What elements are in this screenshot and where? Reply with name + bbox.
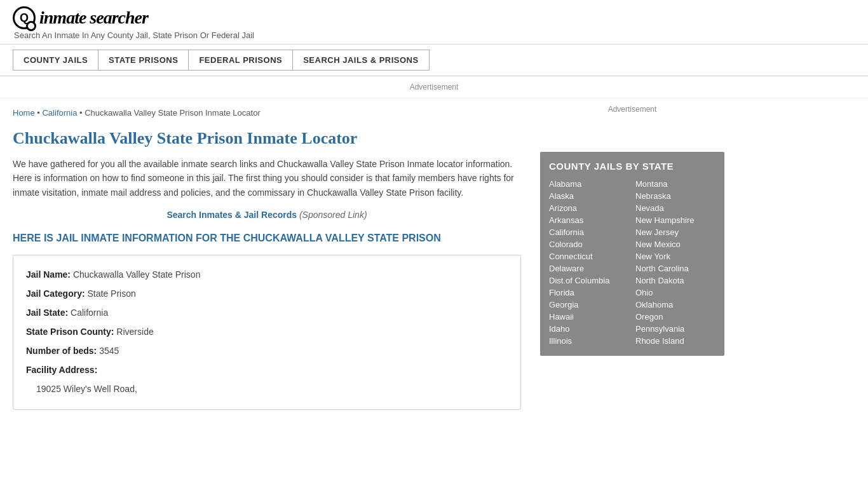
- main: Home • California • Chuckawalla Valley S…: [0, 98, 868, 423]
- number-of-beds-label: Number of beds:: [26, 346, 97, 356]
- state-link-delaware[interactable]: Delaware: [549, 262, 629, 274]
- state-link-montana[interactable]: Montana: [635, 178, 715, 190]
- state-prison-county-value: Riverside: [116, 327, 153, 337]
- page-title: Chuckawalla Valley State Prison Inmate L…: [13, 129, 521, 148]
- nav-county-jails[interactable]: COUNTY JAILS: [13, 50, 98, 71]
- state-link-idaho[interactable]: Idaho: [549, 323, 629, 335]
- description: We have gathered for you all the availab…: [13, 157, 521, 200]
- state-link-north-carolina[interactable]: North Carolina: [635, 262, 715, 274]
- logo-area: Q inmate searcher: [13, 6, 855, 29]
- content: Home • California • Chuckawalla Valley S…: [13, 98, 534, 423]
- state-prison-county-label: State Prison County:: [26, 327, 114, 337]
- facility-address-row: Facility Address:: [26, 361, 508, 379]
- nav-search-jails[interactable]: SEARCH JAILS & PRISONS: [292, 50, 429, 71]
- state-col1: AlabamaAlaskaArizonaArkansasCaliforniaCo…: [549, 178, 629, 347]
- state-col2: MontanaNebraskaNevadaNew HampshireNew Je…: [635, 178, 715, 347]
- jail-name-label: Jail Name:: [26, 269, 71, 280]
- search-inmates-link[interactable]: Search Inmates & Jail Records: [166, 210, 297, 220]
- facility-address-label: Facility Address:: [26, 365, 97, 375]
- jail-name-row: Jail Name: Chuckawalla Valley State Pris…: [26, 266, 508, 283]
- state-link-hawaii[interactable]: Hawaii: [549, 311, 629, 323]
- state-link-colorado[interactable]: Colorado: [549, 238, 629, 250]
- nav-federal-prisons[interactable]: FEDERAL PRISONS: [188, 50, 292, 71]
- logo-icon: Q: [13, 6, 36, 29]
- facility-address-value: 19025 Wiley's Well Road,: [36, 384, 137, 394]
- state-link-north-dakota[interactable]: North Dakota: [635, 274, 715, 287]
- state-link-dist.of-columbia[interactable]: Dist.of Columbia: [549, 274, 629, 287]
- state-link-rhode-island[interactable]: Rhode Island: [635, 335, 715, 347]
- state-link-california[interactable]: California: [549, 226, 629, 238]
- jail-category-value: State Prison: [87, 288, 135, 299]
- state-prison-county-row: State Prison County: Riverside: [26, 323, 508, 341]
- state-link-alaska[interactable]: Alaska: [549, 190, 629, 202]
- breadcrumb-state[interactable]: California: [42, 108, 77, 118]
- state-link-new-jersey[interactable]: New Jersey: [635, 226, 715, 238]
- sidebar: Advertisement COUNTY JAILS BY STATE Alab…: [534, 98, 724, 423]
- tagline: Search An Inmate In Any County Jail, Sta…: [14, 30, 855, 40]
- breadcrumb-current: Chuckawalla Valley State Prison Inmate L…: [85, 108, 261, 118]
- state-link-new-hampshire[interactable]: New Hampshire: [635, 214, 715, 226]
- jail-name-value: Chuckawalla Valley State Prison: [73, 269, 201, 280]
- state-link-new-york[interactable]: New York: [635, 250, 715, 262]
- jail-category-row: Jail Category: State Prison: [26, 285, 508, 302]
- state-link-pennsylvania[interactable]: Pennsylvania: [635, 323, 715, 335]
- breadcrumb-sep2: •: [79, 108, 85, 118]
- state-link-ohio[interactable]: Ohio: [635, 287, 715, 299]
- sidebar-ad: Advertisement: [540, 105, 724, 143]
- state-link-oklahoma[interactable]: Oklahoma: [635, 299, 715, 311]
- state-link-nevada[interactable]: Nevada: [635, 202, 715, 214]
- ad-bar: Advertisement: [0, 76, 868, 98]
- nav: COUNTY JAILS STATE PRISONS FEDERAL PRISO…: [0, 44, 868, 76]
- state-link-arkansas[interactable]: Arkansas: [549, 214, 629, 226]
- state-link-new-mexico[interactable]: New Mexico: [635, 238, 715, 250]
- state-link-florida[interactable]: Florida: [549, 287, 629, 299]
- state-link-arizona[interactable]: Arizona: [549, 202, 629, 214]
- county-jails-box: COUNTY JAILS BY STATE AlabamaAlaskaArizo…: [540, 152, 724, 356]
- facility-address-value-row: 19025 Wiley's Well Road,: [26, 380, 508, 398]
- info-box: Jail Name: Chuckawalla Valley State Pris…: [13, 255, 521, 410]
- state-link-illinois[interactable]: Illinois: [549, 335, 629, 347]
- jail-state-value: California: [71, 308, 108, 318]
- state-link-connecticut[interactable]: Connecticut: [549, 250, 629, 262]
- state-grid: AlabamaAlaskaArizonaArkansasCaliforniaCo…: [549, 178, 715, 347]
- state-link-georgia[interactable]: Georgia: [549, 299, 629, 311]
- breadcrumb-home[interactable]: Home: [13, 108, 35, 118]
- logo-text: inmate searcher: [39, 8, 148, 28]
- county-jails-title: COUNTY JAILS BY STATE: [549, 161, 715, 172]
- search-link-area: Search Inmates & Jail Records (Sponsored…: [13, 210, 521, 220]
- jail-state-label: Jail State:: [26, 308, 68, 318]
- jail-category-label: Jail Category:: [26, 288, 85, 299]
- state-link-nebraska[interactable]: Nebraska: [635, 190, 715, 202]
- state-link-oregon[interactable]: Oregon: [635, 311, 715, 323]
- number-of-beds-value: 3545: [99, 346, 119, 356]
- breadcrumb: Home • California • Chuckawalla Valley S…: [13, 108, 521, 118]
- header: Q inmate searcher Search An Inmate In An…: [0, 0, 868, 44]
- number-of-beds-row: Number of beds: 3545: [26, 342, 508, 360]
- jail-info-heading: HERE IS JAIL INMATE INFORMATION FOR THE …: [13, 231, 521, 245]
- jail-state-row: Jail State: California: [26, 304, 508, 322]
- nav-state-prisons[interactable]: STATE PRISONS: [98, 50, 188, 71]
- state-link-alabama[interactable]: Alabama: [549, 178, 629, 190]
- sponsored-label: (Sponsored Link): [299, 210, 367, 220]
